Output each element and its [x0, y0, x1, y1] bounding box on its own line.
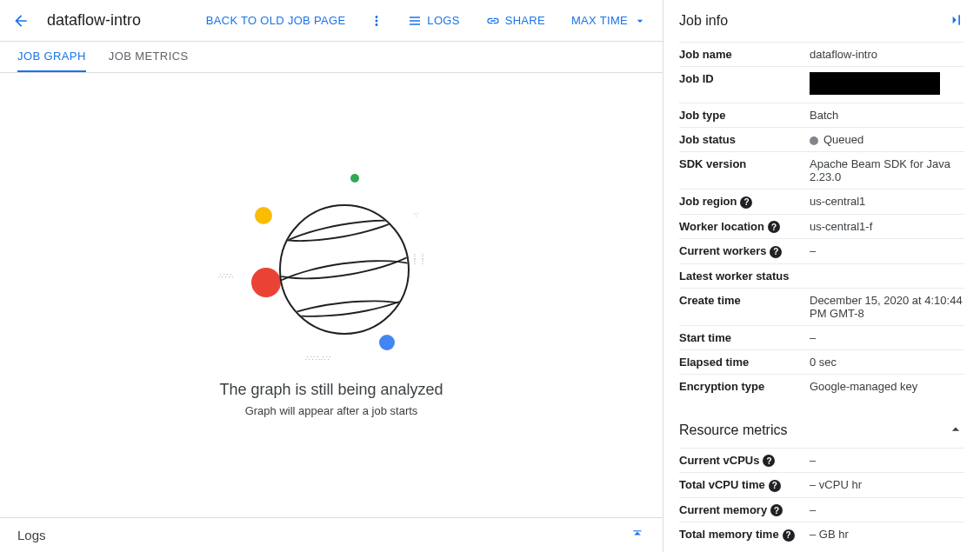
arrow-left-icon — [12, 12, 30, 30]
page-title: dataflow-intro — [47, 11, 141, 30]
empty-state-title: The graph is still being analyzed — [219, 381, 443, 399]
status-text: Queued — [823, 133, 863, 146]
label-text: Total memory time — [679, 528, 779, 541]
label: Current memory? — [679, 497, 810, 522]
empty-state-illustration: ∴∵∴ ∵ ⋮⋮⋮⋮ ∴∵∴∴∵ — [218, 174, 444, 365]
label: Job status — [679, 128, 810, 152]
row-total-vcpu-time: Total vCPU time?– vCPU hr — [679, 473, 964, 498]
label: Job type — [679, 103, 810, 128]
expand-logs-button[interactable] — [630, 526, 645, 544]
value: – GB hr — [810, 522, 964, 547]
row-worker-location: Worker location?us-central1-f — [679, 214, 964, 239]
label-text: Job region — [679, 195, 737, 208]
value: dataflow-intro — [810, 43, 964, 67]
help-icon[interactable]: ? — [740, 196, 752, 209]
value: us-central1-f — [810, 214, 964, 239]
value — [810, 67, 964, 103]
redacted-id — [810, 72, 940, 95]
value: us-central1 — [810, 190, 964, 215]
label: Current vCPUs? — [679, 448, 810, 473]
back-to-old-link[interactable]: BACK TO OLD JOB PAGE — [197, 9, 355, 32]
row-create-time: Create timeDecember 15, 2020 at 4:10:44 … — [679, 288, 964, 325]
label-text: Current memory — [679, 503, 767, 516]
more-options-button[interactable] — [363, 7, 390, 35]
label: Current workers? — [679, 239, 810, 264]
logs-button[interactable]: LOGS — [399, 9, 468, 33]
label: Worker location? — [679, 214, 810, 239]
tab-bar: JOB GRAPH JOB METRICS — [0, 42, 663, 73]
row-current-vcpus: Current vCPUs?– — [679, 448, 964, 473]
value — [810, 263, 964, 288]
row-current-workers: Current workers?– — [679, 239, 964, 264]
value: – — [810, 448, 964, 473]
row-start-time: Start time– — [679, 325, 964, 349]
label: Start time — [679, 325, 810, 349]
row-job-name: Job namedataflow-intro — [679, 43, 964, 67]
value: – — [810, 239, 964, 264]
row-sdk-version: SDK versionApache Beam SDK for Java 2.23… — [679, 152, 964, 190]
help-icon[interactable]: ? — [770, 246, 782, 258]
value: Apache Beam SDK for Java 2.23.0 — [810, 152, 964, 190]
resource-metrics-title: Resource metrics — [679, 422, 787, 438]
label: Total vCPU time? — [679, 473, 810, 498]
link-icon — [486, 14, 500, 28]
row-current-memory: Current memory?– — [679, 497, 964, 522]
label: Job region? — [679, 190, 810, 215]
job-info-table: Job namedataflow-intro Job ID Job typeBa… — [679, 42, 964, 398]
tab-job-graph[interactable]: JOB GRAPH — [17, 42, 86, 72]
job-info-header: Job info — [663, 0, 980, 42]
value: Google-managed key — [810, 374, 964, 398]
row-job-type: Job typeBatch — [679, 103, 964, 128]
resource-metrics-header[interactable]: Resource metrics — [679, 421, 964, 441]
collapse-sidebar-button[interactable] — [947, 11, 964, 31]
label: Latest worker status — [679, 263, 810, 288]
label: Create time — [679, 288, 810, 325]
tab-job-metrics[interactable]: JOB METRICS — [109, 42, 189, 72]
value: Queued — [810, 128, 964, 152]
help-icon[interactable]: ? — [770, 504, 783, 516]
max-time-dropdown[interactable]: MAX TIME — [563, 9, 656, 33]
label: Elapsed time — [679, 349, 810, 374]
label: Encryption type — [679, 374, 810, 398]
help-icon[interactable]: ? — [768, 221, 780, 233]
help-icon[interactable]: ? — [769, 480, 781, 492]
graph-canvas: ∴∵∴ ∵ ⋮⋮⋮⋮ ∴∵∴∴∵ The graph is still bein… — [0, 73, 663, 517]
chevron-up-icon — [947, 421, 964, 441]
help-icon[interactable]: ? — [763, 455, 775, 467]
back-arrow-button[interactable] — [7, 7, 35, 35]
value: – — [810, 497, 964, 522]
logs-icon — [408, 14, 422, 28]
toolbar: dataflow-intro BACK TO OLD JOB PAGE LOGS… — [0, 0, 663, 42]
label: Job ID — [679, 67, 810, 103]
row-latest-worker-status: Latest worker status — [679, 263, 964, 288]
help-icon[interactable]: ? — [783, 529, 795, 542]
label-text: Current vCPUs — [679, 454, 759, 467]
logs-panel-collapsed[interactable]: Logs — [0, 517, 663, 552]
label: Job name — [679, 43, 810, 67]
main-panel: dataflow-intro BACK TO OLD JOB PAGE LOGS… — [0, 0, 663, 552]
max-time-label: MAX TIME — [571, 14, 628, 27]
logs-label: LOGS — [427, 14, 459, 27]
label: SDK version — [679, 152, 810, 190]
value: Batch — [810, 103, 964, 128]
value: – — [810, 325, 964, 349]
row-job-region: Job region?us-central1 — [679, 190, 964, 215]
share-button[interactable]: SHARE — [477, 9, 554, 33]
label-text: Worker location — [679, 220, 764, 233]
value: – vCPU hr — [810, 473, 964, 498]
resource-metrics-table: Current vCPUs?– Total vCPU time?– vCPU h… — [679, 448, 964, 547]
job-info-title: Job info — [679, 13, 728, 29]
row-encryption-type: Encryption typeGoogle-managed key — [679, 374, 964, 398]
share-label: SHARE — [505, 14, 545, 27]
label-text: Total vCPU time — [679, 478, 765, 491]
status-dot-icon — [810, 136, 818, 145]
value: December 15, 2020 at 4:10:44 PM GMT-8 — [810, 288, 964, 325]
logs-panel-title: Logs — [17, 528, 46, 542]
row-total-memory-time: Total memory time?– GB hr — [679, 522, 964, 547]
expand-up-icon — [630, 526, 645, 542]
row-job-id: Job ID — [679, 67, 964, 103]
chevron-down-icon — [633, 14, 647, 28]
empty-state-subtitle: Graph will appear after a job starts — [245, 404, 418, 417]
value: 0 sec — [810, 349, 964, 374]
label: Total memory time? — [679, 522, 810, 547]
